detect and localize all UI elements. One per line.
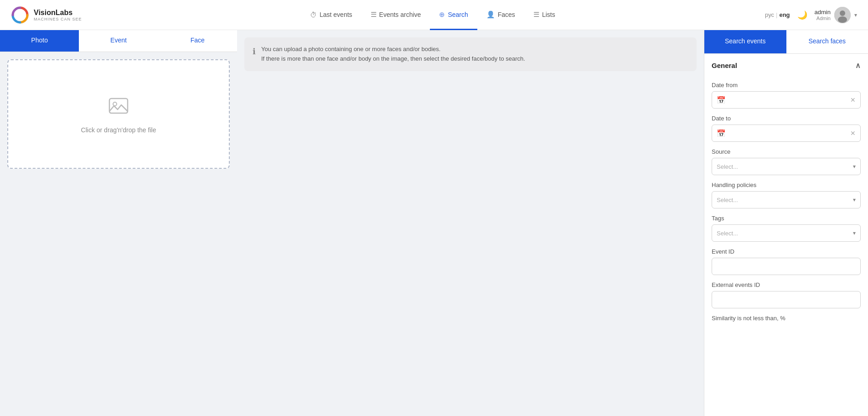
tab-event-label: Event bbox=[110, 36, 127, 44]
tab-event[interactable]: Event bbox=[79, 30, 158, 52]
list-icon: ☰ bbox=[371, 10, 377, 19]
clock-icon: ⏱ bbox=[310, 11, 317, 19]
date-from-field[interactable] bbox=[729, 97, 847, 104]
info-text: You can upload a photo containing one or… bbox=[261, 45, 525, 64]
nav-search[interactable]: ⊕ Search bbox=[430, 0, 477, 30]
handling-policies-label: Handling policies bbox=[712, 182, 861, 188]
external-events-id-input[interactable] bbox=[712, 291, 861, 308]
date-to-clear-icon[interactable]: ✕ bbox=[850, 130, 856, 137]
tab-bar: Photo Event Face bbox=[0, 30, 237, 52]
date-from-clear-icon[interactable]: ✕ bbox=[850, 96, 856, 104]
handling-policies-dropdown-icon: ▾ bbox=[853, 197, 856, 203]
lists-icon: ☰ bbox=[533, 10, 539, 19]
tab-face[interactable]: Face bbox=[158, 30, 237, 52]
tags-placeholder: Select... bbox=[717, 230, 738, 237]
main-content: Photo Event Face Click or drag'n'drop th… bbox=[0, 30, 868, 416]
event-id-label: Event ID bbox=[712, 248, 861, 255]
logo-icon bbox=[11, 6, 29, 24]
source-label: Source bbox=[712, 148, 861, 155]
app-tagline: MACHINES CAN SEE bbox=[34, 17, 82, 21]
tags-select[interactable]: Select... ▾ bbox=[712, 224, 861, 242]
user-menu[interactable]: admin Admin ▾ bbox=[815, 7, 857, 23]
nav-right: рус | eng 🌙 admin Admin ▾ bbox=[765, 7, 857, 23]
nav-faces-label: Faces bbox=[498, 11, 515, 18]
nav-lists[interactable]: ☰ Lists bbox=[524, 0, 564, 30]
date-to-input[interactable]: 📅 ✕ bbox=[712, 125, 861, 142]
search-type-tabs: Search events Search faces bbox=[704, 30, 868, 54]
date-to-label: Date to bbox=[712, 115, 861, 122]
user-menu-chevron: ▾ bbox=[854, 12, 857, 18]
avatar-icon bbox=[834, 7, 851, 23]
svg-point-5 bbox=[113, 102, 117, 106]
logo-text: VisionLabs MACHINES CAN SEE bbox=[34, 9, 82, 21]
nav-search-label: Search bbox=[448, 11, 468, 18]
date-to-field[interactable] bbox=[729, 130, 847, 137]
right-panel: Search events Search faces General ∧ Dat… bbox=[704, 30, 868, 416]
tab-search-events-label: Search events bbox=[725, 37, 766, 45]
app-name: VisionLabs bbox=[34, 9, 82, 17]
nav-items: ⏱ Last events ☰ Events archive ⊕ Search … bbox=[100, 0, 765, 30]
handling-policies-placeholder: Select... bbox=[717, 197, 738, 203]
svg-point-3 bbox=[838, 16, 847, 23]
tab-photo-label: Photo bbox=[31, 36, 48, 44]
calendar-from-icon: 📅 bbox=[717, 96, 726, 104]
upload-icon bbox=[108, 95, 129, 121]
dark-mode-button[interactable]: 🌙 bbox=[797, 10, 807, 20]
general-section-header[interactable]: General ∧ bbox=[712, 54, 861, 75]
tags-label: Tags bbox=[712, 215, 861, 222]
similarity-label: Similarity is not less than, % bbox=[712, 315, 861, 322]
nav-lists-label: Lists bbox=[542, 11, 555, 18]
source-dropdown-icon: ▾ bbox=[853, 163, 856, 170]
calendar-to-icon: 📅 bbox=[717, 129, 726, 138]
info-line2: If there is more than one face and/or bo… bbox=[261, 54, 525, 64]
avatar[interactable] bbox=[834, 7, 851, 23]
nav-last-events[interactable]: ⏱ Last events bbox=[301, 1, 362, 30]
upload-text: Click or drag'n'drop the file bbox=[81, 126, 156, 134]
svg-point-2 bbox=[840, 10, 845, 16]
center-area: ℹ You can upload a photo containing one … bbox=[237, 30, 704, 416]
tab-photo[interactable]: Photo bbox=[0, 30, 79, 52]
upload-area[interactable]: Click or drag'n'drop the file bbox=[7, 59, 230, 169]
date-from-label: Date from bbox=[712, 82, 861, 88]
tab-search-events[interactable]: Search events bbox=[704, 30, 786, 53]
lang-rus[interactable]: рус bbox=[765, 11, 774, 18]
info-icon: ℹ bbox=[253, 45, 256, 58]
user-role: Admin bbox=[815, 16, 831, 21]
section-chevron-icon: ∧ bbox=[855, 61, 861, 70]
info-line1: You can upload a photo containing one or… bbox=[261, 45, 525, 54]
left-panel: Photo Event Face Click or drag'n'drop th… bbox=[0, 30, 237, 416]
source-placeholder: Select... bbox=[717, 163, 738, 170]
nav-events-archive-label: Events archive bbox=[379, 11, 421, 18]
tab-face-label: Face bbox=[191, 36, 205, 44]
handling-policies-select[interactable]: Select... ▾ bbox=[712, 191, 861, 208]
source-select[interactable]: Select... ▾ bbox=[712, 158, 861, 175]
nav-faces[interactable]: 👤 Faces bbox=[477, 0, 524, 30]
filters-panel: General ∧ Date from 📅 ✕ Date to 📅 ✕ Sour… bbox=[704, 54, 868, 416]
tags-dropdown-icon: ▾ bbox=[853, 230, 856, 236]
search-nav-icon: ⊕ bbox=[439, 10, 445, 19]
tab-search-faces-label: Search faces bbox=[808, 37, 846, 45]
event-id-input[interactable] bbox=[712, 258, 861, 275]
nav-events-archive[interactable]: ☰ Events archive bbox=[362, 0, 430, 30]
tab-search-faces[interactable]: Search faces bbox=[786, 30, 868, 53]
external-events-id-label: External events ID bbox=[712, 281, 861, 288]
info-box: ℹ You can upload a photo containing one … bbox=[244, 37, 697, 71]
logo[interactable]: VisionLabs MACHINES CAN SEE bbox=[11, 6, 82, 24]
navbar: VisionLabs MACHINES CAN SEE ⏱ Last event… bbox=[0, 0, 868, 30]
user-name: admin bbox=[815, 9, 831, 16]
faces-icon: 👤 bbox=[486, 10, 495, 19]
general-section-title: General bbox=[712, 62, 737, 69]
date-from-input[interactable]: 📅 ✕ bbox=[712, 91, 861, 109]
nav-last-events-label: Last events bbox=[320, 11, 352, 18]
svg-rect-4 bbox=[109, 99, 128, 113]
lang-switcher: рус | eng bbox=[765, 11, 790, 18]
lang-eng[interactable]: eng bbox=[779, 11, 790, 18]
